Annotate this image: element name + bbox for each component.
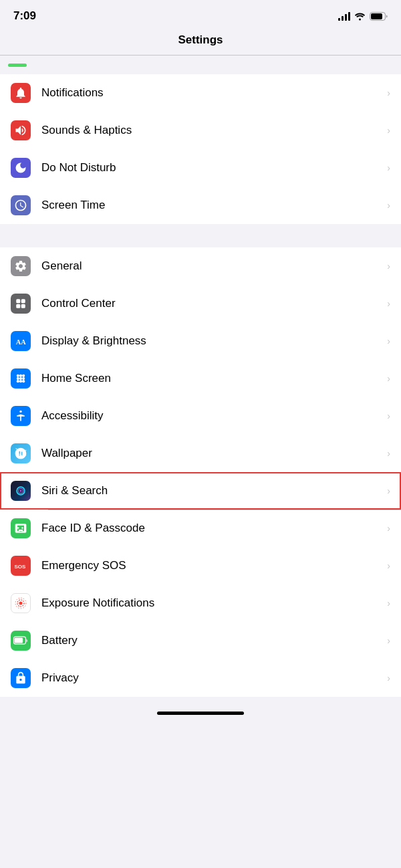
privacy-icon <box>11 668 31 688</box>
home-indicator <box>157 712 244 715</box>
row-sounds[interactable]: Sounds & Haptics › <box>0 112 401 149</box>
privacy-chevron: › <box>387 673 390 683</box>
homescreen-icon <box>11 368 31 389</box>
screentime-label: Screen Time <box>41 199 384 212</box>
row-faceid[interactable]: Face ID & Passcode › <box>0 510 401 547</box>
wallpaper-chevron: › <box>387 448 390 459</box>
faceid-chevron: › <box>387 523 390 534</box>
sounds-label: Sounds & Haptics <box>41 124 384 137</box>
page-title-bar: Settings <box>0 28 401 56</box>
screentime-chevron: › <box>387 200 390 211</box>
svg-rect-2 <box>371 13 382 19</box>
controlcenter-label: Control Center <box>41 297 384 310</box>
dnd-label: Do Not Disturb <box>41 161 384 175</box>
scroll-dot <box>8 64 27 67</box>
svg-rect-27 <box>15 638 23 643</box>
svg-text:SOS: SOS <box>14 564 26 570</box>
privacy-label: Privacy <box>41 671 384 685</box>
svg-point-16 <box>22 380 25 383</box>
sounds-icon <box>11 120 31 140</box>
row-dnd[interactable]: Do Not Disturb › <box>0 149 401 187</box>
battery-settings-icon <box>11 631 31 651</box>
accessibility-chevron: › <box>387 411 390 421</box>
accessibility-icon <box>11 406 31 426</box>
general-icon <box>11 256 31 276</box>
group-spacer-1 <box>0 224 401 247</box>
display-chevron: › <box>387 336 390 346</box>
row-screentime[interactable]: Screen Time › <box>0 187 401 224</box>
sounds-chevron: › <box>387 125 390 136</box>
exposure-chevron: › <box>387 598 390 609</box>
row-display[interactable]: AA Display & Brightness › <box>0 322 401 360</box>
wifi-icon <box>354 12 366 21</box>
wallpaper-icon <box>11 443 31 463</box>
sos-chevron: › <box>387 560 390 571</box>
svg-rect-4 <box>21 299 25 303</box>
status-bar: 7:09 <box>0 0 401 28</box>
faceid-icon <box>11 518 31 538</box>
svg-point-12 <box>19 377 22 380</box>
controlcenter-icon <box>11 294 31 314</box>
sos-icon: SOS <box>11 556 31 576</box>
svg-point-18 <box>17 451 19 453</box>
siri-icon <box>11 481 31 501</box>
svg-point-11 <box>17 377 19 380</box>
page-title: Settings <box>178 33 223 46</box>
status-time: 7:09 <box>13 9 36 23</box>
homescreen-label: Home Screen <box>41 372 384 385</box>
faceid-label: Face ID & Passcode <box>41 522 384 535</box>
notifications-label: Notifications <box>41 86 384 100</box>
row-wallpaper[interactable]: Wallpaper › <box>0 435 401 472</box>
notifications-icon <box>11 83 31 103</box>
general-chevron: › <box>387 261 390 272</box>
row-privacy[interactable]: Privacy › <box>0 659 401 697</box>
exposure-label: Exposure Notifications <box>41 596 384 610</box>
notifications-chevron: › <box>387 88 390 98</box>
svg-point-15 <box>19 380 22 383</box>
battery-label: Battery <box>41 634 384 647</box>
accessibility-label: Accessibility <box>41 409 384 423</box>
row-accessibility[interactable]: Accessibility › <box>0 397 401 435</box>
status-icons <box>338 11 388 21</box>
sos-label: Emergency SOS <box>41 559 384 572</box>
home-bar <box>0 703 401 720</box>
signal-bars-icon <box>338 11 350 21</box>
scroll-indicator <box>0 56 401 74</box>
svg-point-21 <box>20 490 22 492</box>
svg-point-13 <box>22 377 25 380</box>
svg-point-10 <box>22 374 25 377</box>
settings-group-1: Notifications › Sounds & Haptics › Do No… <box>0 74 401 224</box>
svg-rect-3 <box>16 299 20 303</box>
settings-group-2: General › Control Center › AA Display & … <box>0 247 401 697</box>
svg-point-14 <box>17 380 19 383</box>
row-battery[interactable]: Battery › <box>0 622 401 659</box>
row-sos[interactable]: SOS Emergency SOS › <box>0 547 401 584</box>
svg-point-8 <box>17 374 19 377</box>
row-siri[interactable]: Siri & Search › <box>0 472 401 510</box>
wallpaper-label: Wallpaper <box>41 447 384 460</box>
dnd-icon <box>11 158 31 178</box>
svg-text:AA: AA <box>16 338 27 346</box>
display-label: Display & Brightness <box>41 334 384 348</box>
general-label: General <box>41 259 384 273</box>
homescreen-chevron: › <box>387 373 390 384</box>
svg-point-9 <box>19 374 22 377</box>
controlcenter-chevron: › <box>387 298 390 309</box>
row-exposure[interactable]: Exposure Notifications › <box>0 584 401 622</box>
svg-rect-5 <box>16 304 20 308</box>
exposure-icon <box>11 593 31 613</box>
row-homescreen[interactable]: Home Screen › <box>0 360 401 397</box>
dnd-chevron: › <box>387 162 390 173</box>
siri-label: Siri & Search <box>41 484 384 498</box>
display-icon: AA <box>11 331 31 351</box>
siri-chevron: › <box>387 485 390 496</box>
row-controlcenter[interactable]: Control Center › <box>0 285 401 322</box>
row-general[interactable]: General › <box>0 247 401 285</box>
svg-point-17 <box>19 411 21 413</box>
battery-chevron: › <box>387 635 390 646</box>
svg-point-0 <box>359 18 361 20</box>
row-notifications[interactable]: Notifications › <box>0 74 401 112</box>
svg-rect-6 <box>21 304 25 308</box>
screentime-icon <box>11 195 31 215</box>
svg-point-23 <box>19 602 23 605</box>
